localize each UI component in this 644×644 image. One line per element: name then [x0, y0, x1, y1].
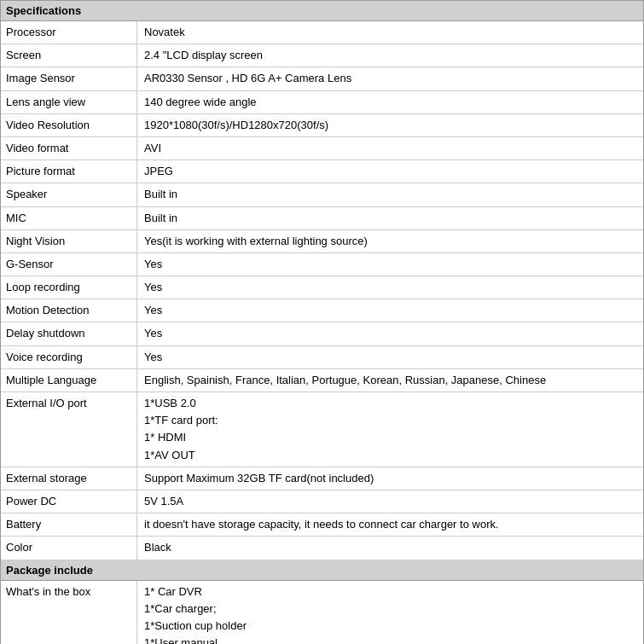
spec-value: Support Maximum 32GB TF card(not include… — [137, 467, 643, 490]
spec-label: Power DC — [1, 490, 137, 513]
table-row: Batteryit doesn't have storage capacity,… — [1, 513, 643, 537]
spec-value: 140 degree wide angle — [137, 91, 643, 113]
spec-value: AVI — [137, 137, 643, 160]
spec-value: 2.4 "LCD display screen — [137, 44, 643, 67]
spec-value: Built in — [137, 183, 643, 206]
spec-value-item: 1* HDMI — [144, 430, 636, 445]
table-row: ColorBlack — [1, 537, 643, 560]
section-header: Package include — [1, 560, 643, 581]
spec-value: Novatek — [137, 21, 643, 44]
table-row: External I/O port1*USB 2.01*TF card port… — [1, 392, 643, 467]
table-row: External storageSupport Maximum 32GB TF … — [1, 467, 643, 490]
table-row: Loop recordingYes — [1, 276, 643, 299]
table-row: Multiple LanguageEnglish, Spainish, Fran… — [1, 369, 643, 392]
spec-value: 1920*1080(30f/s)/HD1280x720(30f/s) — [137, 114, 643, 136]
spec-value: it doesn't have storage capacity, it nee… — [137, 513, 643, 536]
spec-value-item: 1*Suction cup holder — [144, 618, 636, 634]
spec-label: What's in the box — [1, 581, 137, 645]
table-row: ProcessorNovatek — [1, 21, 643, 44]
table-row: Lens angle view140 degree wide angle — [1, 91, 643, 114]
spec-label: Picture format — [1, 160, 137, 183]
spec-value: Built in — [137, 207, 643, 229]
spec-label: G-Sensor — [1, 253, 137, 276]
table-row: Voice recordingYes — [1, 346, 643, 369]
spec-label: External storage — [1, 467, 137, 490]
spec-value-item: 1*TF card port: — [144, 413, 636, 428]
spec-value: AR0330 Sensor , HD 6G A+ Camera Lens — [137, 67, 643, 90]
spec-value: Yes — [137, 322, 643, 345]
table-row: MICBuilt in — [1, 207, 643, 230]
spec-label: Speaker — [1, 183, 137, 206]
table-row: Picture formatJPEG — [1, 160, 643, 183]
table-row: G-SensorYes — [1, 253, 643, 276]
spec-label: Loop recording — [1, 276, 137, 299]
table-row: Screen2.4 "LCD display screen — [1, 44, 643, 67]
spec-label: Image Sensor — [1, 67, 137, 90]
spec-label: Multiple Language — [1, 369, 137, 392]
spec-value: Yes — [137, 346, 643, 368]
spec-label: External I/O port — [1, 392, 137, 467]
table-row: Power DC5V 1.5A — [1, 490, 643, 513]
table-row: Night VisionYes(it is working with exter… — [1, 230, 643, 253]
section-header: Specifications — [1, 1, 643, 21]
spec-value: Yes — [137, 299, 643, 322]
spec-value: 1* Car DVR1*Car charger;1*Suction cup ho… — [137, 581, 643, 645]
spec-label: Lens angle view — [1, 91, 137, 113]
spec-value: English, Spainish, France, Italian, Port… — [137, 369, 643, 392]
spec-value: Black — [137, 537, 643, 559]
table-row: Video formatAVI — [1, 137, 643, 160]
spec-value: 5V 1.5A — [137, 490, 643, 513]
spec-value: JPEG — [137, 160, 643, 183]
spec-label: Color — [1, 537, 137, 559]
spec-value-item: 1*Car charger; — [144, 601, 636, 617]
spec-label: Night Vision — [1, 230, 137, 252]
spec-label: Motion Detection — [1, 299, 137, 322]
spec-value: 1*USB 2.01*TF card port:1* HDMI1*AV OUT — [137, 392, 643, 467]
spec-value-item: 1* Car DVR — [144, 584, 636, 600]
spec-value-item: 1*AV OUT — [144, 448, 636, 463]
table-row: Video Resolution1920*1080(30f/s)/HD1280x… — [1, 114, 643, 137]
table-row: Motion DetectionYes — [1, 299, 643, 322]
specs-table: SpecificationsProcessorNovatekScreen2.4 … — [0, 0, 644, 644]
spec-label: Screen — [1, 44, 137, 67]
spec-label: Video Resolution — [1, 114, 137, 136]
spec-label: Processor — [1, 21, 137, 44]
spec-label: Delay shutdown — [1, 322, 137, 345]
spec-value: Yes — [137, 276, 643, 299]
spec-value-item: 1*USB 2.0 — [144, 396, 636, 411]
table-row: Image SensorAR0330 Sensor , HD 6G A+ Cam… — [1, 67, 643, 90]
spec-value: Yes(it is working with external lighting… — [137, 230, 643, 252]
spec-label: Video format — [1, 137, 137, 160]
table-row: Delay shutdownYes — [1, 322, 643, 345]
spec-label: Battery — [1, 513, 137, 536]
table-row: What's in the box1* Car DVR1*Car charger… — [1, 581, 643, 645]
spec-label: MIC — [1, 207, 137, 229]
spec-value-item: 1*User manual — [144, 635, 636, 644]
spec-label: Voice recording — [1, 346, 137, 368]
spec-value: Yes — [137, 253, 643, 276]
table-row: SpeakerBuilt in — [1, 183, 643, 206]
